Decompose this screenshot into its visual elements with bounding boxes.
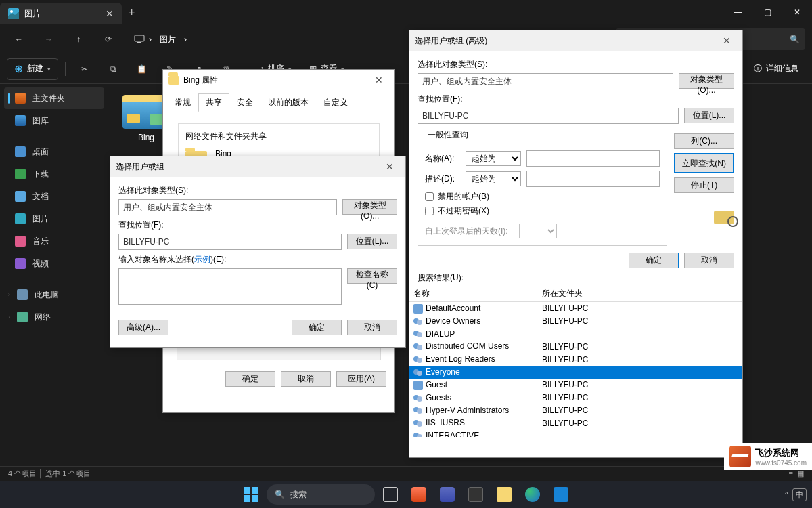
nav-back-button[interactable]: ← bbox=[7, 27, 31, 51]
sidebar-item-videos[interactable]: 视频 bbox=[4, 253, 104, 274]
table-row[interactable]: Distributed COM UsersBILLYFU-PC bbox=[409, 340, 742, 353]
select-users-cancel-button[interactable]: 取消 bbox=[347, 320, 397, 335]
tray-chevron-icon[interactable]: ^ bbox=[785, 490, 788, 499]
tab-share[interactable]: 共享 bbox=[198, 93, 229, 112]
table-row[interactable]: Device OwnersBILLYFU-PC bbox=[409, 315, 742, 328]
sidebar-item-thispc[interactable]: ›此电脑 bbox=[4, 284, 104, 305]
taskbar-search[interactable]: 🔍 搜索 bbox=[267, 484, 375, 505]
table-row[interactable]: GuestsBILLYFU-PC bbox=[409, 391, 742, 404]
table-row[interactable]: GuestBILLYFU-PC bbox=[409, 379, 742, 391]
sidebar-item-music[interactable]: 音乐 bbox=[4, 230, 104, 252]
tab-previous[interactable]: 以前的版本 bbox=[261, 93, 316, 112]
adv-ok-button[interactable]: 确定 bbox=[629, 253, 679, 268]
results-list[interactable]: DefaultAccountBILLYFU-PCDevice OwnersBIL… bbox=[409, 301, 742, 437]
object-types-button[interactable]: 对象类型(O)... bbox=[342, 199, 397, 215]
sidebar-item-downloads[interactable]: 下载 bbox=[4, 163, 104, 185]
pc-icon bbox=[17, 289, 28, 300]
nav-refresh-button[interactable]: ⟳ bbox=[96, 27, 120, 51]
folder-icon bbox=[168, 76, 179, 85]
tab-close-button[interactable]: ✕ bbox=[106, 8, 114, 19]
task-view-button[interactable] bbox=[378, 482, 403, 507]
stop-button[interactable]: 停止(T) bbox=[674, 177, 734, 193]
columns-button[interactable]: 列(C)... bbox=[674, 133, 734, 149]
table-row[interactable]: IIS_IUSRSBILLYFU-PC bbox=[409, 417, 742, 429]
taskbar-app-2[interactable] bbox=[434, 482, 460, 507]
check-names-button[interactable]: 检查名称(C) bbox=[347, 268, 397, 284]
select-users-ok-button[interactable]: 确定 bbox=[292, 320, 342, 335]
desc-condition-combo[interactable]: 起始为 bbox=[466, 171, 521, 186]
details-button[interactable]: ⓘ详细信息 bbox=[747, 58, 805, 80]
name-condition-combo[interactable]: 起始为 bbox=[466, 151, 521, 166]
taskbar-app-1[interactable] bbox=[406, 482, 432, 507]
advanced-button[interactable]: 高级(A)... bbox=[118, 320, 168, 335]
sidebar-item-home[interactable]: 主文件夹 bbox=[4, 87, 104, 109]
taskbar-edge[interactable] bbox=[520, 482, 545, 507]
days-since-logon-label: 自上次登录后的天数(I): bbox=[425, 226, 508, 237]
pictures-icon bbox=[8, 8, 19, 19]
select-users-title-bar[interactable]: 选择用户或组 ✕ bbox=[110, 156, 405, 177]
adv-cancel-button[interactable]: 取消 bbox=[684, 253, 734, 268]
adv-locations-label: 查找位置(F): bbox=[418, 93, 734, 105]
taskbar-explorer[interactable] bbox=[491, 482, 517, 507]
nav-forward-button[interactable]: → bbox=[37, 27, 61, 51]
table-row[interactable]: DefaultAccountBILLYFU-PC bbox=[409, 302, 742, 315]
view-large-icon[interactable]: ▦ bbox=[797, 469, 804, 478]
non-expiring-password-checkbox[interactable]: 不过期密码(X) bbox=[425, 205, 660, 217]
sidebar-item-desktop[interactable]: 桌面 bbox=[4, 141, 104, 163]
props-apply-button[interactable]: 应用(A) bbox=[336, 371, 386, 387]
address-bar[interactable]: › 图片 › bbox=[126, 30, 199, 49]
table-row[interactable]: DIALUP bbox=[409, 328, 742, 341]
system-tray[interactable]: ^ 中 bbox=[785, 488, 807, 501]
window-min-button[interactable]: — bbox=[723, 0, 752, 24]
properties-close-button[interactable]: ✕ bbox=[369, 75, 389, 85]
adv-object-types-button[interactable]: 对象类型(O)... bbox=[679, 73, 734, 89]
breadcrumb-pictures[interactable]: 图片 bbox=[160, 34, 176, 45]
select-users-close-button[interactable]: ✕ bbox=[380, 161, 400, 172]
table-row[interactable]: Everyone bbox=[409, 366, 742, 379]
group-icon bbox=[413, 406, 423, 415]
start-button[interactable] bbox=[238, 482, 264, 507]
props-ok-button[interactable]: 确定 bbox=[225, 371, 275, 387]
select-users-advanced-dialog: 选择用户或组 (高级) ✕ 选择此对象类型(S): 对象类型(O)... 查找位… bbox=[409, 30, 743, 458]
copy-button[interactable]: ⧉ bbox=[101, 58, 125, 80]
ime-indicator[interactable]: 中 bbox=[792, 488, 807, 501]
window-close-button[interactable]: ✕ bbox=[782, 0, 812, 24]
locations-button[interactable]: 位置(L)... bbox=[347, 234, 397, 249]
paste-button[interactable]: 📋 bbox=[129, 58, 154, 80]
taskbar-store[interactable] bbox=[548, 482, 574, 507]
adv-close-button[interactable]: ✕ bbox=[717, 35, 737, 46]
nav-up-button[interactable]: ↑ bbox=[66, 27, 91, 51]
tab-add-button[interactable]: + bbox=[129, 6, 135, 18]
sidebar-item-documents[interactable]: 文档 bbox=[4, 186, 104, 207]
find-now-button[interactable]: 立即查找(N) bbox=[674, 153, 734, 173]
enter-names-label: 输入对象名称来选择(示例)(E): bbox=[118, 254, 397, 266]
table-row[interactable]: INTERACTIVE bbox=[409, 429, 742, 437]
search-icon: 🔍 bbox=[790, 35, 800, 44]
group-icon bbox=[413, 419, 423, 428]
tab-pictures[interactable]: 图片 ✕ bbox=[0, 3, 122, 24]
props-cancel-button[interactable]: 取消 bbox=[281, 371, 331, 387]
adv-title-bar[interactable]: 选择用户或组 (高级) ✕ bbox=[409, 30, 742, 51]
tab-general[interactable]: 常规 bbox=[167, 93, 198, 112]
window-max-button[interactable]: ▢ bbox=[752, 0, 782, 24]
table-row[interactable]: Event Log ReadersBILLYFU-PC bbox=[409, 353, 742, 366]
name-value-input[interactable] bbox=[526, 150, 660, 167]
tab-security[interactable]: 安全 bbox=[229, 93, 261, 112]
cut-button[interactable]: ✂ bbox=[72, 58, 97, 80]
taskbar-app-3[interactable] bbox=[463, 482, 489, 507]
adv-locations-button[interactable]: 位置(L)... bbox=[684, 108, 734, 123]
desc-value-input[interactable] bbox=[526, 171, 660, 187]
properties-title-bar[interactable]: Bing 属性 ✕ bbox=[163, 70, 394, 90]
results-col-folder[interactable]: 所在文件夹 bbox=[538, 287, 742, 301]
results-col-name[interactable]: 名称 bbox=[409, 287, 538, 301]
new-button[interactable]: ⊕ 新建 ▾ bbox=[7, 58, 58, 80]
object-names-textarea[interactable] bbox=[118, 268, 342, 305]
table-row[interactable]: Hyper-V AdministratorsBILLYFU-PC bbox=[409, 404, 742, 417]
sidebar-item-pictures[interactable]: 图片 bbox=[4, 208, 104, 230]
tab-custom[interactable]: 自定义 bbox=[316, 93, 355, 112]
examples-link[interactable]: 示例 bbox=[194, 255, 210, 264]
disabled-accounts-checkbox[interactable]: 禁用的帐户(B) bbox=[425, 191, 660, 203]
sidebar-item-network[interactable]: ›网络 bbox=[4, 306, 104, 328]
sidebar-item-gallery[interactable]: 图库 bbox=[4, 110, 104, 131]
view-details-icon[interactable]: ≡ bbox=[789, 469, 793, 478]
